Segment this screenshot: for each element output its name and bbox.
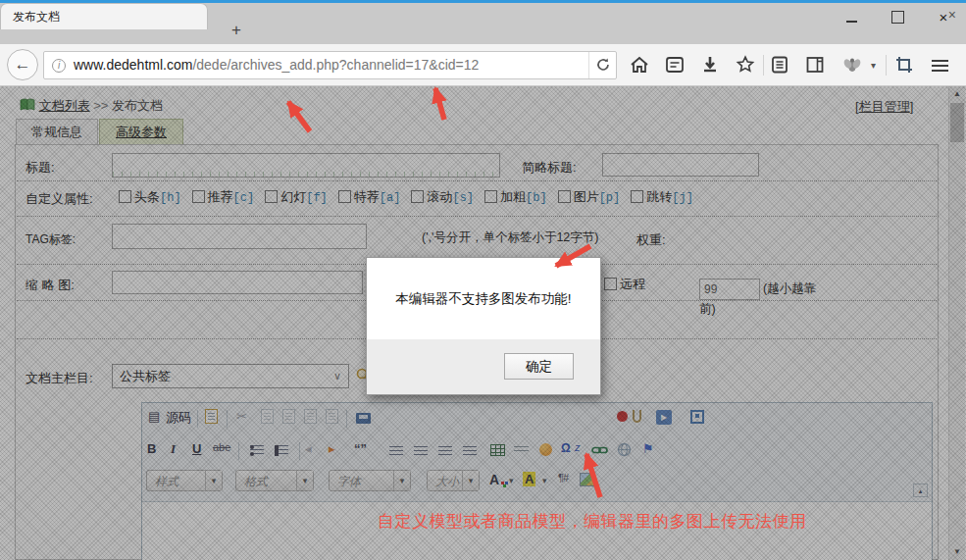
new-tab-button[interactable]: +: [231, 21, 241, 40]
reader-mode-icon[interactable]: [664, 54, 686, 76]
bookmark-star-icon[interactable]: [735, 54, 756, 76]
navigation-bar: ← i www.dedehtml.com/dede/archives_add.p…: [0, 44, 966, 86]
url-domain: www.dedehtml.com: [74, 57, 192, 73]
maximize-button[interactable]: [882, 9, 913, 26]
url-path: /dede/archives_add.php?channelid=17&cid=…: [192, 57, 479, 73]
bookmarks-list-icon[interactable]: [769, 54, 790, 76]
alert-footer: 确定: [367, 339, 600, 394]
titlebar: 发布文档 × + ×: [0, 3, 966, 44]
tab-title: 发布文档: [13, 9, 60, 25]
close-window-button[interactable]: ×: [928, 9, 959, 26]
chevron-down-icon[interactable]: ▾: [871, 60, 892, 81]
download-icon[interactable]: [699, 54, 721, 76]
sidebars-icon[interactable]: [804, 54, 826, 76]
browser-window: 发布文档 × + × ← i www.dedehtml.com/dede/arc…: [0, 0, 966, 560]
page-content: 文档列表 >> 发布文档 [栏目管理] 常规信息 高级参数 标题: 简略标题: …: [0, 86, 966, 560]
toolbar-separator: [763, 55, 764, 76]
url-text: www.dedehtml.com/dede/archives_add.php?c…: [74, 57, 479, 73]
url-bar[interactable]: i www.dedehtml.com/dede/archives_add.php…: [43, 51, 617, 79]
reload-button[interactable]: [588, 52, 616, 78]
minimize-button[interactable]: [836, 9, 867, 26]
alert-dialog: 本编辑器不支持多图发布功能! 确定: [366, 257, 601, 395]
browser-tab[interactable]: 发布文档 ×: [0, 3, 208, 29]
toolbar-separator: [886, 55, 887, 76]
annotation-note: 自定义模型或者商品模型，编辑器里的多图上传无法使用: [378, 510, 807, 533]
home-icon[interactable]: [629, 54, 650, 76]
back-button[interactable]: ←: [7, 49, 38, 80]
extension-icon[interactable]: [841, 54, 863, 76]
site-info-icon[interactable]: i: [52, 59, 66, 73]
hamburger-menu-icon[interactable]: [932, 57, 953, 78]
alert-message: 本编辑器不支持多图发布功能!: [367, 258, 600, 339]
ok-button[interactable]: 确定: [504, 353, 574, 380]
reload-icon: [595, 57, 611, 73]
screenshot-crop-icon[interactable]: [893, 54, 915, 76]
